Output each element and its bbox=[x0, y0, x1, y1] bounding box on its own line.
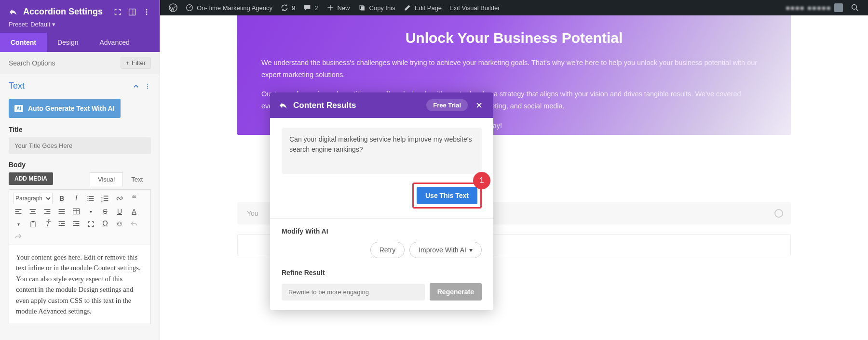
sidebar-body: +Filter Text AI Auto Generate Text With … bbox=[0, 52, 160, 340]
refine-row: Regenerate bbox=[282, 283, 482, 301]
title-input[interactable] bbox=[9, 137, 151, 154]
italic-icon[interactable]: I bbox=[71, 193, 81, 204]
site-name-link[interactable]: On-Time Marketing Agency bbox=[181, 0, 276, 15]
search-toggle[interactable] bbox=[847, 0, 863, 15]
paste-icon[interactable] bbox=[27, 219, 38, 229]
tab-design[interactable]: Design bbox=[47, 33, 89, 52]
edit-label: Edit Page bbox=[415, 4, 442, 12]
clear-format-icon[interactable]: T̽ bbox=[42, 219, 53, 229]
svg-rect-18 bbox=[89, 200, 94, 201]
section-title: Text bbox=[9, 81, 133, 91]
table-chevron-icon[interactable]: ▾ bbox=[85, 206, 96, 217]
back-icon[interactable] bbox=[9, 8, 17, 16]
filter-button[interactable]: +Filter bbox=[121, 57, 151, 69]
sidebar-title: Accordion Settings bbox=[23, 7, 108, 17]
section-more-icon[interactable] bbox=[144, 83, 151, 90]
svg-rect-42 bbox=[59, 221, 65, 222]
retry-button[interactable]: Retry bbox=[370, 242, 405, 258]
copy-icon bbox=[358, 3, 366, 12]
search-options-input[interactable] bbox=[9, 59, 116, 67]
svg-rect-27 bbox=[15, 213, 22, 214]
quote-icon[interactable]: ❝ bbox=[129, 193, 139, 204]
svg-point-10 bbox=[147, 83, 148, 84]
page-canvas: Unlock Your Business Potential We unders… bbox=[160, 15, 868, 340]
back-icon[interactable] bbox=[279, 101, 287, 110]
comments-link[interactable]: 2 bbox=[299, 0, 322, 15]
svg-rect-43 bbox=[61, 223, 65, 224]
body-editor[interactable]: Your content goes here. Edit or remove t… bbox=[9, 245, 151, 324]
sidebar-header: Accordion Settings Preset: Default ▾ bbox=[0, 0, 160, 33]
special-char-icon[interactable]: Ω bbox=[100, 219, 110, 229]
wp-logo[interactable] bbox=[165, 0, 181, 15]
wp-admin-bar: On-Time Marketing Agency 9 2 New Copy th… bbox=[160, 0, 868, 15]
svg-rect-14 bbox=[89, 196, 94, 197]
svg-rect-32 bbox=[46, 211, 50, 212]
svg-text:3: 3 bbox=[101, 200, 103, 202]
result-text-box: Can your digital marketing service help … bbox=[282, 128, 482, 174]
improve-label: Improve With AI bbox=[419, 246, 466, 254]
bullet-list-icon[interactable] bbox=[85, 193, 96, 204]
link-icon[interactable] bbox=[114, 193, 125, 204]
modal-body: Can your digital marketing service help … bbox=[270, 118, 493, 310]
regenerate-button[interactable]: Regenerate bbox=[430, 283, 482, 301]
svg-rect-26 bbox=[15, 211, 19, 212]
svg-point-12 bbox=[147, 88, 148, 89]
filter-label: Filter bbox=[132, 59, 146, 66]
align-center-icon[interactable] bbox=[27, 206, 38, 217]
align-left-icon[interactable] bbox=[13, 206, 24, 217]
paragraph-select[interactable]: Paragraph bbox=[13, 193, 53, 204]
refine-input[interactable] bbox=[282, 284, 425, 301]
exit-builder-link[interactable]: Exit Visual Builder bbox=[446, 0, 504, 15]
focus-icon[interactable] bbox=[113, 8, 122, 16]
user-menu[interactable]: ■■■■ ■■■■■ bbox=[782, 0, 847, 15]
color-chevron-icon[interactable]: ▾ bbox=[13, 219, 24, 229]
auto-generate-ai-button[interactable]: AI Auto Generate Text With AI bbox=[9, 99, 121, 118]
updates-link[interactable]: 9 bbox=[276, 0, 299, 15]
preset-selector[interactable]: Preset: Default ▾ bbox=[9, 21, 151, 28]
svg-rect-35 bbox=[59, 211, 65, 212]
hero-title: Unlock Your Business Potential bbox=[261, 30, 767, 46]
plus-icon: + bbox=[126, 59, 130, 66]
layout-icon[interactable] bbox=[128, 8, 136, 16]
svg-rect-33 bbox=[44, 213, 51, 214]
free-trial-badge[interactable]: Free Trial bbox=[426, 99, 468, 111]
hero-p1: We understand the business's challenges … bbox=[261, 57, 767, 80]
indent-icon[interactable] bbox=[71, 219, 81, 229]
preset-label: Preset: bbox=[9, 21, 28, 28]
align-right-icon[interactable] bbox=[42, 206, 53, 217]
text-color-icon[interactable]: A bbox=[129, 206, 139, 217]
underline-icon[interactable]: U bbox=[114, 206, 125, 217]
align-justify-icon[interactable] bbox=[56, 206, 67, 217]
editor-tab-visual[interactable]: Visual bbox=[90, 172, 123, 186]
chevron-up-icon[interactable] bbox=[133, 83, 139, 90]
svg-point-9 bbox=[146, 13, 148, 15]
svg-rect-25 bbox=[15, 209, 22, 210]
numbered-list-icon[interactable]: 123 bbox=[100, 193, 110, 204]
divider bbox=[270, 218, 493, 219]
add-media-button[interactable]: ADD MEDIA bbox=[9, 172, 53, 185]
svg-rect-16 bbox=[89, 198, 94, 199]
tab-advanced[interactable]: Advanced bbox=[89, 33, 140, 52]
editor-tab-text[interactable]: Text bbox=[123, 172, 151, 186]
table-icon[interactable] bbox=[71, 206, 81, 217]
copy-link[interactable]: Copy this bbox=[354, 0, 399, 15]
use-this-text-button[interactable]: Use This Text bbox=[417, 187, 477, 204]
redo-icon[interactable] bbox=[13, 231, 24, 242]
more-icon[interactable] bbox=[142, 8, 151, 16]
svg-point-8 bbox=[146, 11, 148, 13]
outdent-icon[interactable] bbox=[56, 219, 67, 229]
bold-icon[interactable]: B bbox=[56, 193, 67, 204]
new-link[interactable]: New bbox=[322, 0, 354, 15]
ai-badge: AI bbox=[14, 105, 23, 112]
close-icon[interactable]: ✕ bbox=[474, 100, 485, 111]
tab-content[interactable]: Content bbox=[0, 33, 47, 52]
text-section-header[interactable]: Text bbox=[0, 74, 160, 95]
undo-icon[interactable] bbox=[129, 219, 139, 229]
edit-page-link[interactable]: Edit Page bbox=[399, 0, 446, 15]
svg-rect-36 bbox=[59, 213, 65, 214]
improve-with-ai-button[interactable]: Improve With AI▾ bbox=[409, 242, 482, 258]
fullscreen-icon[interactable] bbox=[85, 219, 96, 229]
emoji-icon[interactable]: ☺ bbox=[114, 219, 125, 229]
user-name: ■■■■ ■■■■■ bbox=[786, 4, 831, 12]
strikethrough-icon[interactable]: S bbox=[100, 206, 110, 217]
